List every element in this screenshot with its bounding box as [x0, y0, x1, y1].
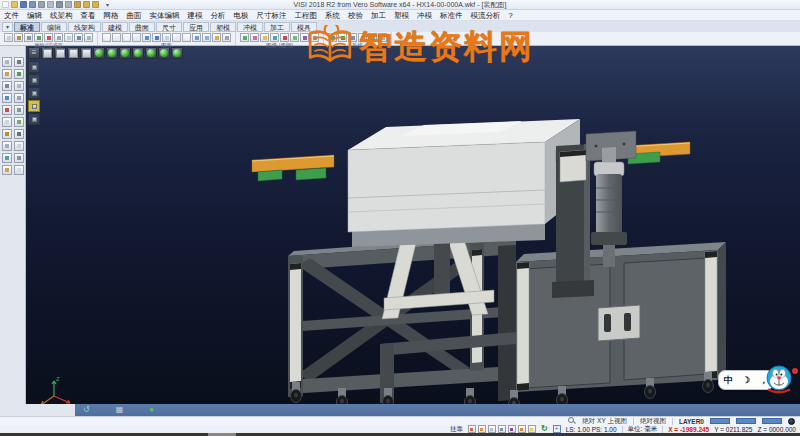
ribbon-tab[interactable]: 尺寸 [156, 22, 182, 32]
new-file-icon[interactable] [2, 1, 9, 8]
menu-item[interactable]: ? [505, 10, 517, 21]
macro-icon[interactable] [348, 33, 357, 42]
snap-center-toggle[interactable] [488, 425, 496, 433]
info-icon[interactable] [378, 33, 387, 42]
named-view-icon[interactable] [182, 33, 191, 42]
texture-icon[interactable] [260, 33, 269, 42]
toolbar-menu-icon[interactable]: ≡ [28, 47, 40, 59]
ribbon-tab[interactable]: 模具 [291, 22, 317, 32]
trim-icon[interactable] [2, 141, 12, 151]
ribbon-tab[interactable]: 加工 [264, 22, 290, 32]
layer-list-icon[interactable] [28, 87, 40, 99]
attribute-icon[interactable] [4, 33, 13, 42]
menu-item[interactable]: 分析 [207, 10, 230, 21]
snap-quadrant-toggle[interactable] [508, 425, 516, 433]
regen-clock-icon[interactable]: ↻ [541, 425, 548, 433]
ime-mode-indicator[interactable]: 中 [724, 374, 733, 387]
ribbon-tab[interactable]: 编辑 [41, 22, 67, 32]
menu-item[interactable]: 冲模 [413, 10, 436, 21]
menu-item[interactable]: 网格 [100, 10, 123, 21]
section-icon[interactable] [290, 33, 299, 42]
menu-item[interactable]: 系统 [321, 10, 344, 21]
plugin-icon[interactable] [368, 33, 377, 42]
move-icon[interactable] [2, 129, 12, 139]
pan-icon[interactable] [152, 33, 161, 42]
reset-filter-icon[interactable] [84, 33, 93, 42]
snapshot-icon[interactable] [310, 33, 319, 42]
rotate-view-icon[interactable] [162, 33, 171, 42]
menu-item[interactable]: 建模 [184, 10, 207, 21]
database-icon[interactable] [338, 33, 347, 42]
system-config-icon[interactable] [328, 33, 337, 42]
menu-item[interactable]: 文件 [0, 10, 23, 21]
menu-item[interactable]: 工程图 [291, 10, 322, 21]
material-icon[interactable] [250, 33, 259, 42]
magnifier-icon[interactable] [568, 417, 576, 425]
iso-view-icon[interactable] [93, 47, 105, 59]
left-view-icon[interactable] [145, 47, 157, 59]
ribbon-tab[interactable]: 应用 [183, 22, 209, 32]
ribbon-tab[interactable]: 线架构 [68, 22, 101, 32]
pan-icon[interactable] [2, 81, 12, 91]
mask-icon[interactable] [54, 33, 63, 42]
snap-tangent-toggle[interactable] [518, 425, 526, 433]
shaded-view-icon[interactable] [54, 47, 66, 59]
dynamic-view-icon[interactable] [67, 47, 79, 59]
back-view-icon[interactable] [158, 47, 170, 59]
status-box[interactable] [736, 418, 756, 424]
tab-dropdown-icon[interactable]: ▾ [2, 22, 13, 32]
rotate-icon[interactable] [14, 81, 24, 91]
shade-icon[interactable] [2, 93, 12, 103]
open-file-icon[interactable] [11, 1, 18, 8]
menu-item[interactable]: 加工 [367, 10, 390, 21]
properties-icon[interactable] [2, 165, 12, 175]
selection-filter-icon[interactable] [28, 100, 40, 112]
ribbon-tab[interactable]: 建模 [102, 22, 128, 32]
menu-item[interactable]: 模流分析 [467, 10, 505, 21]
menu-item[interactable]: 塑模 [390, 10, 413, 21]
zoom-fit-icon[interactable] [80, 47, 92, 59]
chamfer-icon[interactable] [14, 153, 24, 163]
snap-intersection-toggle[interactable] [498, 425, 506, 433]
hidden-line-icon[interactable] [202, 33, 211, 42]
print-preview-icon[interactable] [47, 1, 54, 8]
mask-filter-icon[interactable] [28, 113, 40, 125]
wireframe-view-icon[interactable] [41, 47, 53, 59]
menu-item[interactable]: 曲面 [123, 10, 146, 21]
grid-icon[interactable]: ▦ [116, 406, 124, 414]
zoom-extents-icon[interactable] [142, 33, 151, 42]
menu-item[interactable]: 校验 [344, 10, 367, 21]
menu-item[interactable]: 查看 [77, 10, 100, 21]
delete-icon[interactable] [14, 57, 24, 67]
color-ball-icon[interactable] [788, 418, 795, 425]
front-view-icon[interactable] [119, 47, 131, 59]
print-icon[interactable] [38, 1, 45, 8]
multi-view-icon[interactable] [222, 33, 231, 42]
menu-item[interactable]: 电极 [230, 10, 253, 21]
right-view-icon[interactable] [132, 47, 144, 59]
help-tool-icon[interactable] [14, 165, 24, 175]
shade-icon[interactable] [192, 33, 201, 42]
measure-icon[interactable] [2, 117, 12, 127]
snap-midpoint-toggle[interactable] [478, 425, 486, 433]
zoom-window-icon[interactable] [2, 69, 12, 79]
wireframe-icon[interactable] [14, 93, 24, 103]
select-by-color-icon[interactable] [74, 33, 83, 42]
ribbon-tab[interactable]: 塑模 [210, 22, 236, 32]
save-all-icon[interactable] [29, 1, 36, 8]
element-filter-icon[interactable] [44, 33, 53, 42]
mirror-icon[interactable] [14, 129, 24, 139]
layer-icon[interactable] [2, 105, 12, 115]
view-list-icon[interactable] [28, 74, 40, 86]
fillet-icon[interactable] [2, 153, 12, 163]
menu-item[interactable]: 实体编辑 [146, 10, 184, 21]
perspective-icon[interactable] [212, 33, 221, 42]
extend-icon[interactable] [14, 141, 24, 151]
transparency-icon[interactable] [280, 33, 289, 42]
redraw-icon[interactable] [102, 33, 111, 42]
ribbon-tab[interactable]: 曲面 [129, 22, 155, 32]
snap-grid-toggle[interactable] [528, 425, 536, 433]
zoom-all-icon[interactable] [14, 69, 24, 79]
workplane-icon[interactable] [14, 105, 24, 115]
prompt-bar-blue[interactable]: ↺▦● [75, 404, 800, 416]
